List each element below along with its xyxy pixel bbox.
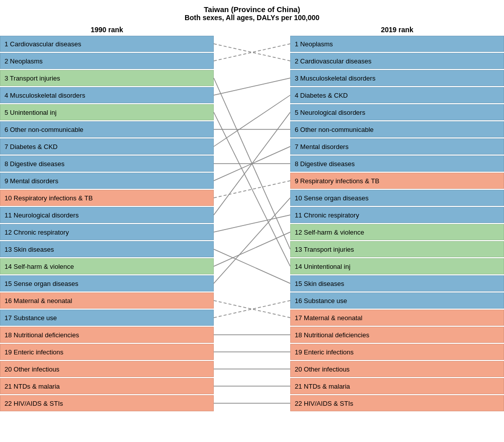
left-bar-18: 18 Nutritional deficiencies <box>0 327 214 343</box>
left-bar-19: 19 Enteric infections <box>0 344 214 360</box>
left-bar-12: 12 Chronic respiratory <box>0 224 214 240</box>
right-bar-21: 21 NTDs & malaria <box>290 378 504 394</box>
left-bar-16: 16 Maternal & neonatal <box>0 292 214 309</box>
left-bar-3: 3 Transport injuries <box>0 70 214 86</box>
svg-line-3 <box>214 78 290 95</box>
right-bar-13: 13 Transport injuries <box>290 241 504 257</box>
left-bar-2: 2 Neoplasms <box>0 53 214 69</box>
right-bar-3: 3 Musculoskeletal disorders <box>290 70 504 86</box>
right-bar-5: 5 Neurological disorders <box>290 104 504 120</box>
left-bar-17: 17 Substance use <box>0 310 214 326</box>
chart-title: Taiwan (Province of China) <box>0 5 504 14</box>
right-bar-12: 12 Self-harm & violence <box>290 224 504 240</box>
left-bar-5: 5 Unintentional inj <box>0 104 214 120</box>
right-rank-header: 2019 rank <box>290 26 504 34</box>
right-bar-8: 8 Digestive diseases <box>290 156 504 172</box>
left-bar-22: 22 HIV/AIDS & STIs <box>0 395 214 411</box>
right-bar-15: 15 Skin diseases <box>290 275 504 291</box>
svg-line-13 <box>214 232 290 266</box>
right-bar-14: 14 Unintentional inj <box>290 258 504 274</box>
left-bar-10: 10 Respiratory infections & TB <box>0 190 214 206</box>
svg-line-4 <box>214 112 290 266</box>
right-bar-2: 2 Cardiovascular diseases <box>290 53 504 69</box>
main-container: Taiwan (Province of China) Both sexes, A… <box>0 0 504 416</box>
left-bar-4: 4 Musculoskeletal disorders <box>0 87 214 103</box>
right-bar-10: 10 Sense organ diseases <box>290 190 504 206</box>
left-bar-11: 11 Neurological disorders <box>0 207 214 223</box>
left-bar-13: 13 Skin diseases <box>0 241 214 257</box>
right-bar-9: 9 Respiratory infections & TB <box>290 173 504 189</box>
right-bar-18: 18 Nutritional deficiencies <box>290 327 504 343</box>
left-rank-header: 1990 rank <box>0 26 214 34</box>
right-bar-11: 11 Chronic respiratory <box>290 207 504 223</box>
right-bar-22: 22 HIV/AIDS & STIs <box>290 395 504 411</box>
left-bar-9: 9 Mental disorders <box>0 173 214 189</box>
right-bar-20: 20 Other infectious <box>290 361 504 377</box>
right-bar-4: 4 Diabetes & CKD <box>290 87 504 103</box>
left-bar-1: 1 Cardiovascular diseases <box>0 36 214 52</box>
right-bar-16: 16 Substance use <box>290 292 504 309</box>
left-bar-6: 6 Other non-communicable <box>0 121 214 137</box>
right-bar-17: 17 Maternal & neonatal <box>290 310 504 326</box>
chart-area: 1 Cardiovascular diseases2 Neoplasms3 Tr… <box>0 36 504 411</box>
left-bar-14: 14 Self-harm & violence <box>0 258 214 274</box>
left-bar-8: 8 Digestive diseases <box>0 156 214 172</box>
middle-spacer <box>214 26 290 34</box>
svg-line-12 <box>214 249 290 283</box>
right-bar-7: 7 Mental disorders <box>290 138 504 155</box>
right-column: 1 Neoplasms2 Cardiovascular diseases3 Mu… <box>290 36 504 411</box>
right-bar-19: 19 Enteric infections <box>290 344 504 360</box>
connection-lines <box>214 36 290 411</box>
rank-headers: 1990 rank 2019 rank <box>0 26 504 34</box>
middle-area <box>214 36 290 411</box>
title-block: Taiwan (Province of China) Both sexes, A… <box>0 5 504 22</box>
left-bar-20: 20 Other infectious <box>0 361 214 377</box>
left-bar-7: 7 Diabetes & CKD <box>0 138 214 155</box>
right-bar-6: 6 Other non-communicable <box>290 121 504 137</box>
right-bar-1: 1 Neoplasms <box>290 36 504 52</box>
left-bar-21: 21 NTDs & malaria <box>0 378 214 394</box>
chart-subtitle: Both sexes, All ages, DALYs per 100,000 <box>0 14 504 22</box>
svg-line-14 <box>214 198 290 283</box>
left-column: 1 Cardiovascular diseases2 Neoplasms3 Tr… <box>0 36 214 411</box>
left-bar-15: 15 Sense organ diseases <box>0 275 214 291</box>
